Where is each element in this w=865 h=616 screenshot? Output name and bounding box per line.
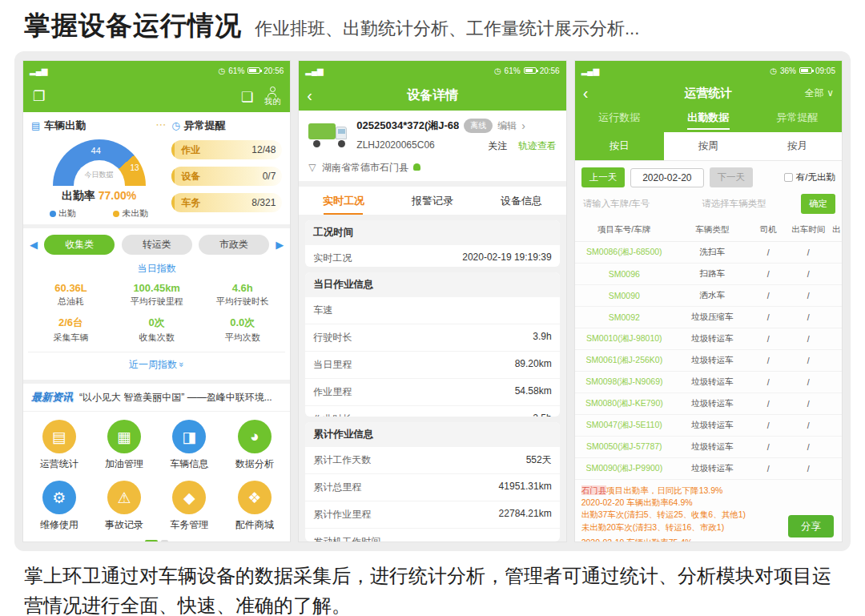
attendance-table: 项目车号/车牌 车辆类型 司机 出车时间 出 SM0086(湘J-68500)洗…	[575, 219, 842, 480]
app-data-analysis[interactable]: ◕数据分析	[222, 420, 287, 471]
summary-line: 2020-02-20 车辆出勤率64.9%	[581, 497, 835, 509]
next-category-icon[interactable]: ▶	[276, 239, 284, 251]
list-icon: ▤	[31, 120, 40, 131]
prev-day-button[interactable]: 上一天	[581, 167, 626, 187]
app-accident-records[interactable]: ⚠事故记录	[91, 481, 156, 532]
filter-all-dropdown[interactable]: 全部 ∨	[805, 87, 834, 100]
battery-percent: 61%	[505, 66, 521, 75]
chevron-right-icon[interactable]: ›	[521, 119, 525, 132]
statusbar: ▂▄▆ ◷ 36% 09:05	[575, 61, 842, 80]
kv-row: 当日里程89.20km	[305, 352, 559, 379]
table-row[interactable]: SM0086(湘J-68500)洗扫车//	[575, 242, 842, 264]
tab-attendance-data[interactable]: 出勤数据	[664, 106, 753, 132]
tab-municipal[interactable]: 市政类	[199, 235, 269, 255]
table-row[interactable]: SM0080(湘J-KE790)垃圾转运车//	[575, 393, 842, 415]
next-day-button[interactable]: 下一天	[710, 167, 754, 187]
section-daily-work: 当日作业信息 车速 行驶时长3.9h 当日里程89.20km 作业里程54.58…	[305, 272, 559, 417]
app-operation-stats[interactable]: ▤运营统计	[26, 420, 91, 471]
warning-icon: ⚠	[107, 481, 141, 514]
location-icon: ◷	[219, 66, 226, 75]
attendance-gauge: 44 13 今日数据	[53, 139, 146, 186]
signal-icon: ▂▄▆	[30, 66, 47, 75]
scan-icon[interactable]: ❏	[241, 89, 253, 106]
stat-avg-count: 0.0次平均次数	[199, 316, 285, 344]
truck-icon: ◨	[172, 420, 206, 453]
section-total-work: 累计作业信息 累计工作天数552天 累计总里程41951.31km 累计作业里程…	[305, 422, 559, 542]
app-fuel-management[interactable]: ▦加油管理	[91, 420, 156, 471]
table-row[interactable]: SM0090(湘J-P9900)垃圾转运车//	[575, 458, 842, 480]
org-switch-icon[interactable]: ❐	[33, 88, 45, 105]
week-index-link[interactable]: 近一周指数 »	[28, 352, 285, 372]
app-vehicle-info[interactable]: ◨车辆信息	[157, 420, 222, 471]
edit-button[interactable]: 编辑	[497, 119, 517, 133]
attendance-filter-checkbox[interactable]: 有/无出勤	[784, 171, 835, 183]
alert-row-vehicle[interactable]: 车务 8/321	[171, 193, 282, 212]
tab-abnormal-alerts[interactable]: 异常提醒	[753, 106, 842, 132]
table-row[interactable]: SM0090洒水车//	[575, 285, 842, 307]
page-description: 掌上环卫通过对车辆设备的数据采集后，进行统计分析，管理者可通过统计、分析模块对项…	[24, 561, 831, 616]
tab-by-week[interactable]: 按周	[664, 132, 753, 160]
gauge-center-label: 今日数据	[53, 170, 146, 180]
alert-row-device[interactable]: 设备 0/7	[171, 167, 282, 186]
kv-row: 累计总里程41951.31km	[305, 474, 559, 501]
follow-button[interactable]: 关注	[488, 140, 507, 151]
alert-row-work[interactable]: 作业 12/48	[171, 140, 282, 159]
table-row[interactable]: SM0050(湘J-57787)垃圾转运车//	[575, 437, 842, 458]
location-pin-icon: ▽	[308, 162, 316, 173]
page-subtitle: 作业排班、出勤统计分析、工作量统计展示分析...	[255, 17, 639, 41]
news-ticker[interactable]: 最新资讯 “以小见大 智造美丽中国” ——盈峰中联环境...	[23, 384, 290, 412]
screen-title: 设备详情	[407, 87, 458, 104]
tab-device-info[interactable]: 设备信息	[477, 194, 566, 215]
back-icon[interactable]: ‹	[583, 84, 589, 103]
app-vehicle-management[interactable]: ◆车务管理	[157, 481, 222, 532]
table-row[interactable]: SM0047(湘J-5E110)垃圾转运车//	[575, 415, 842, 437]
tab-alarm-records[interactable]: 报警记录	[388, 194, 477, 215]
plate-search-input[interactable]: 请输入车牌/车号	[581, 194, 694, 214]
section-title: 工况时间	[305, 220, 559, 245]
kv-row: 行驶时长3.9h	[305, 324, 559, 352]
stat-vehicles: 2/6台采集车辆	[28, 316, 114, 344]
table-row[interactable]: SM0010(湘J-98010)垃圾转运车//	[575, 328, 842, 350]
battery-percent: 36%	[780, 66, 796, 75]
chevron-down-icon: »	[177, 362, 187, 367]
kv-row: 作业时长2.5h	[305, 406, 559, 417]
kv-row: 实时工况 2020-02-19 19:19:39	[305, 245, 559, 267]
phone-dashboard: ▂▄▆ ◷ 61% 20:56 ❐ ❏ 我的	[23, 61, 290, 542]
date-picker[interactable]: 2020-02-20	[630, 168, 703, 187]
fuel-icon: ▦	[107, 420, 141, 453]
signal-icon: ▂▄▆	[581, 66, 599, 75]
battery-icon	[799, 67, 812, 74]
table-row[interactable]: SM0098(湘J-N9069)垃圾转运车//	[575, 372, 842, 393]
tab-by-month[interactable]: 按月	[753, 132, 842, 160]
app-repair-usage[interactable]: ⚙维修使用	[26, 481, 91, 532]
section-title: 当日作业信息	[305, 272, 559, 297]
track-view-link[interactable]: 轨迹查看	[518, 140, 557, 151]
clock-icon: ◷	[494, 66, 501, 75]
mine-button[interactable]: 我的	[264, 87, 280, 106]
share-button[interactable]: 分享	[788, 515, 834, 537]
confirm-button[interactable]: 确定	[801, 194, 835, 214]
prev-category-icon[interactable]: ◀	[30, 239, 38, 251]
tab-running-data[interactable]: 运行数据	[575, 106, 664, 132]
dashboard-top-cards: ▤ 车辆出勤 ⋯ 44 13 今日数据 出勤率 77.00%	[23, 112, 290, 224]
tab-by-day[interactable]: 按日	[575, 132, 664, 160]
page-heading: 掌握设备运行情况 作业排班、出勤统计分析、工作量统计展示分析...	[24, 8, 849, 44]
signal-icon: ▂▄▆	[305, 66, 323, 75]
table-row[interactable]: SM0061(湘J-256K0)垃圾转运车//	[575, 350, 842, 372]
statusbar: ▂▄▆ ◷ 61% 20:56	[299, 61, 565, 80]
kv-row: 发动机工作时间	[305, 529, 559, 542]
battery-icon	[524, 67, 537, 74]
table-row[interactable]: SM0092垃圾压缩车//	[575, 307, 842, 328]
tab-transfer[interactable]: 转运类	[122, 235, 192, 255]
tab-realtime-status[interactable]: 实时工况	[299, 194, 388, 215]
kv-row: 作业里程54.58km	[305, 379, 559, 406]
back-icon[interactable]: ‹	[307, 87, 312, 105]
device-card: 02525034*372(湘J-685... 离线 编辑 › ZLHJ20200…	[299, 111, 565, 181]
app-parts-mall[interactable]: ❖配件商城	[222, 481, 287, 532]
section-status-time: 工况时间 实时工况 2020-02-19 19:19:39	[305, 220, 559, 267]
tab-collect[interactable]: 收集类	[44, 235, 115, 255]
vehicle-type-select[interactable]: 请选择车辆类型	[700, 194, 795, 214]
more-menu-icon[interactable]: ⋯	[155, 119, 167, 131]
table-row[interactable]: SM0096扫路车//	[575, 264, 842, 285]
page-indicator	[26, 540, 287, 542]
